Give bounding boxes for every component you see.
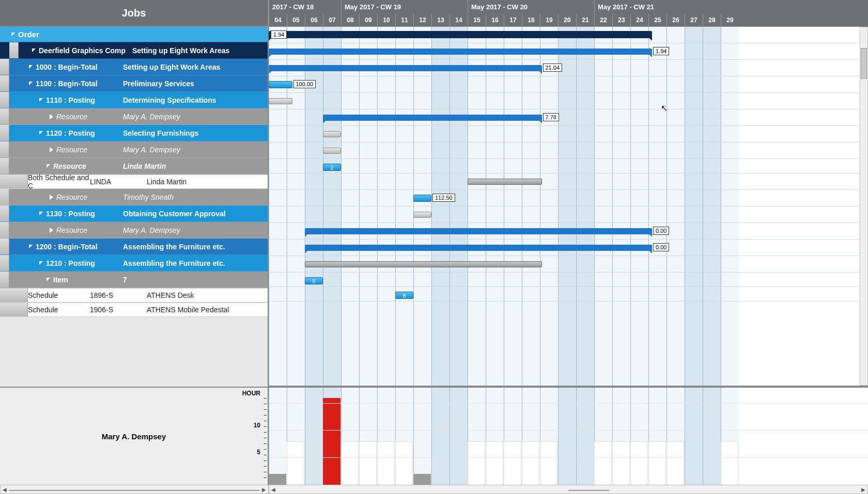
week-header[interactable]: May 2017 - CW 20 <box>468 0 594 14</box>
gantt-row[interactable]: 100.00 <box>269 76 868 93</box>
summary-bar[interactable] <box>269 31 652 38</box>
tree-row[interactable]: ResourceLinda Martin <box>0 158 268 174</box>
scroll-left-icon[interactable]: ◀ <box>269 485 277 493</box>
histogram-bar <box>667 441 684 485</box>
day-header[interactable]: 15 <box>468 14 486 26</box>
right-horizontal-scrollbar[interactable]: ◀ ▶ <box>269 485 868 494</box>
day-header[interactable]: 26 <box>667 14 685 26</box>
order-group-header[interactable]: Order <box>0 27 268 42</box>
day-header[interactable]: 10 <box>377 14 395 26</box>
histogram-panel[interactable] <box>269 387 868 485</box>
resource-bar[interactable] <box>323 131 341 137</box>
gantt-row[interactable]: 1.94 <box>269 43 868 60</box>
day-header[interactable]: 24 <box>630 14 648 26</box>
day-header[interactable]: 05 <box>287 14 305 26</box>
gantt-row[interactable] <box>269 142 868 159</box>
tree-row[interactable]: ResourceMary A. Dempsey <box>0 141 268 158</box>
day-header[interactable]: 28 <box>703 14 721 26</box>
vertical-scrollbar[interactable] <box>860 27 868 386</box>
day-header[interactable]: 20 <box>558 14 576 26</box>
group-bar[interactable] <box>269 65 542 71</box>
gantt-row[interactable] <box>269 256 868 273</box>
day-header[interactable]: 17 <box>504 14 522 26</box>
tree-row[interactable]: Item7 <box>0 272 268 288</box>
histogram-bar[interactable] <box>269 474 286 485</box>
day-header[interactable]: 04 <box>269 14 287 26</box>
gantt-row[interactable]: 2 <box>269 159 868 173</box>
resource-bar[interactable] <box>269 98 292 104</box>
gantt-row[interactable] <box>269 93 868 109</box>
group-bar[interactable] <box>305 228 652 234</box>
histogram-bar[interactable] <box>413 474 431 485</box>
resource-bar[interactable] <box>468 179 542 185</box>
tree-row[interactable]: Schedule1906-SATHENS Mobile Pedestal <box>0 302 268 317</box>
week-header[interactable]: 2017 - CW 18 <box>269 0 341 14</box>
day-header[interactable]: 08 <box>341 14 359 26</box>
tree-row[interactable]: 1110 : PostingDetermining Specifications <box>0 92 268 108</box>
task-bar[interactable] <box>413 195 431 202</box>
collapse-icon <box>39 131 43 135</box>
day-header[interactable]: 06 <box>305 14 323 26</box>
tree-row[interactable]: ResourceTimothy Sneath <box>0 189 268 205</box>
scroll-left-icon[interactable]: ◀ <box>1 485 9 493</box>
day-header[interactable]: 14 <box>450 14 468 26</box>
task-bar[interactable]: 8 <box>305 277 323 284</box>
tree-row[interactable]: 1200 : Begin-TotalAssembling the Furnitu… <box>0 238 268 255</box>
histogram-bar <box>395 441 413 485</box>
gantt-row[interactable]: 0.00 <box>269 240 868 256</box>
histogram-bar[interactable] <box>323 398 340 485</box>
tree-row[interactable]: Deerfield Graphics CompSetting up Eight … <box>0 42 268 59</box>
tree-row[interactable]: 1120 : PostingSelecting Furnishings <box>0 125 268 141</box>
day-header[interactable]: 09 <box>359 14 377 26</box>
day-header[interactable]: 22 <box>594 14 612 26</box>
day-header[interactable]: 12 <box>413 14 431 26</box>
tree-row[interactable]: 1100 : Begin-TotalPreliminary Services <box>0 75 268 92</box>
tree-row[interactable]: ResourceMary A. Dempsey <box>0 108 268 125</box>
week-header[interactable]: May 2017 - CW 21 <box>594 0 739 14</box>
gantt-row[interactable] <box>269 206 868 223</box>
day-header[interactable]: 16 <box>486 14 504 26</box>
day-header[interactable]: 07 <box>323 14 341 26</box>
resource-bar[interactable] <box>305 261 542 267</box>
day-header[interactable]: 23 <box>612 14 630 26</box>
scroll-right-icon[interactable]: ▶ <box>859 485 867 493</box>
resource-bar[interactable] <box>323 148 341 154</box>
task-bar[interactable]: 2 <box>323 164 341 171</box>
histogram-bar <box>594 441 612 485</box>
day-header[interactable]: 19 <box>540 14 558 26</box>
day-header[interactable]: 21 <box>576 14 594 26</box>
tree-row[interactable]: 1210 : PostingAssembling the Furniture e… <box>0 255 268 272</box>
tree-row[interactable]: 1000 : Begin-TotalSetting up Eight Work … <box>0 59 268 75</box>
week-header[interactable]: May 2017 - CW 19 <box>341 0 468 14</box>
group-bar[interactable] <box>323 115 542 121</box>
day-header[interactable]: 25 <box>648 14 667 26</box>
gantt-row[interactable] <box>269 173 868 190</box>
group-bar[interactable] <box>305 245 652 251</box>
scroll-right-icon[interactable]: ▶ <box>260 485 268 493</box>
task-bar[interactable]: 8 <box>395 292 413 299</box>
day-header[interactable]: 27 <box>685 14 703 26</box>
day-header[interactable]: 18 <box>522 14 540 26</box>
day-header[interactable]: 13 <box>431 14 450 26</box>
resource-bar[interactable] <box>413 212 431 218</box>
tree-row[interactable]: 1130 : PostingObtaining Customer Approva… <box>0 205 268 222</box>
tree-row[interactable]: Both Schedule and CLINDALinda Martin <box>0 174 268 189</box>
gantt-row[interactable]: 21.04 <box>269 60 868 76</box>
gantt-row[interactable]: 8 <box>269 287 868 301</box>
gantt-row[interactable]: 1.94 <box>269 27 868 43</box>
gantt-row[interactable]: 0.00 <box>269 223 868 240</box>
left-horizontal-scrollbar[interactable]: ◀ ▶ <box>0 485 269 494</box>
tree-row[interactable]: ResourceMary A. Dempsey <box>0 222 268 238</box>
task-bar[interactable] <box>269 81 292 88</box>
histogram-bar <box>359 441 377 485</box>
gantt-body[interactable]: 1.941.9421.04100.007.782112.500.000.0088 <box>269 27 868 386</box>
day-header[interactable]: 11 <box>395 14 413 26</box>
gantt-row[interactable] <box>269 126 868 142</box>
gantt-row[interactable]: 8 <box>269 273 868 287</box>
gantt-row[interactable]: 112.50 <box>269 190 868 206</box>
job-tree[interactable]: Deerfield Graphics CompSetting up Eight … <box>0 42 268 387</box>
day-header[interactable]: 29 <box>721 14 739 26</box>
gantt-row[interactable]: 7.78 <box>269 109 868 126</box>
group-bar[interactable] <box>269 49 652 55</box>
tree-row[interactable]: Schedule1896-SATHENS Desk <box>0 288 268 302</box>
